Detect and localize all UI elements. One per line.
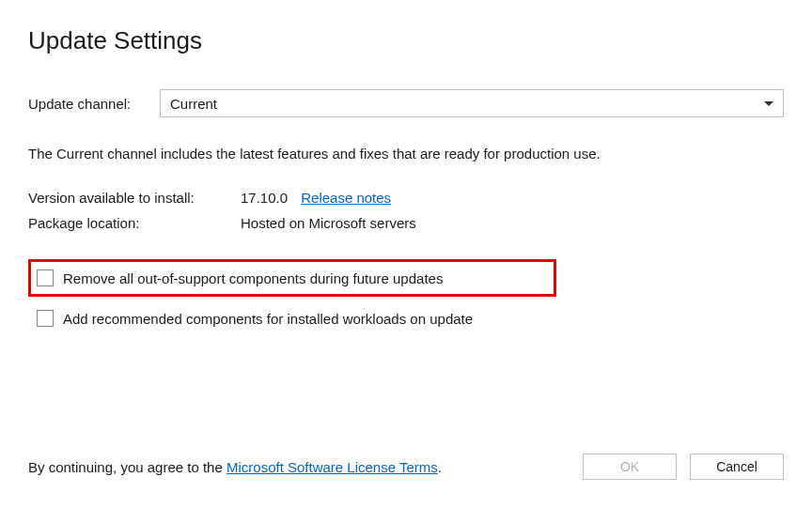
checkbox-group: Remove all out-of-support components dur… — [28, 259, 784, 327]
remove-oos-row: Remove all out-of-support components dur… — [37, 269, 548, 286]
license-prefix: By continuing, you agree to the — [28, 459, 226, 475]
package-location-label: Package location: — [28, 215, 241, 231]
version-label: Version available to install: — [28, 190, 241, 206]
cancel-button[interactable]: Cancel — [690, 454, 784, 480]
license-suffix: . — [438, 459, 442, 475]
remove-oos-label[interactable]: Remove all out-of-support components dur… — [63, 270, 443, 286]
ok-button[interactable]: OK — [583, 454, 677, 480]
update-channel-label: Update channel: — [28, 96, 160, 112]
highlighted-option: Remove all out-of-support components dur… — [28, 259, 556, 297]
channel-description: The Current channel includes the latest … — [28, 146, 784, 162]
add-recommended-row: Add recommended components for installed… — [28, 310, 784, 327]
update-channel-dropdown[interactable]: Current — [160, 89, 784, 117]
version-value: 17.10.0 — [241, 190, 288, 206]
page-title: Update Settings — [28, 26, 784, 55]
chevron-down-icon — [764, 101, 773, 106]
remove-oos-checkbox[interactable] — [37, 269, 54, 286]
version-value-container: 17.10.0 Release notes — [241, 190, 391, 206]
version-row: Version available to install: 17.10.0 Re… — [28, 190, 784, 206]
update-channel-row: Update channel: Current — [28, 89, 784, 117]
add-recommended-label[interactable]: Add recommended components for installed… — [63, 311, 473, 327]
license-text: By continuing, you agree to the Microsof… — [28, 459, 442, 475]
package-location-row: Package location: Hosted on Microsoft se… — [28, 215, 784, 231]
release-notes-link[interactable]: Release notes — [301, 190, 391, 206]
footer-buttons: OK Cancel — [583, 454, 784, 480]
license-link[interactable]: Microsoft Software License Terms — [226, 459, 438, 475]
package-location-value: Hosted on Microsoft servers — [241, 215, 416, 231]
update-channel-value: Current — [170, 96, 217, 112]
add-recommended-checkbox[interactable] — [37, 310, 54, 327]
footer: By continuing, you agree to the Microsof… — [28, 454, 784, 480]
